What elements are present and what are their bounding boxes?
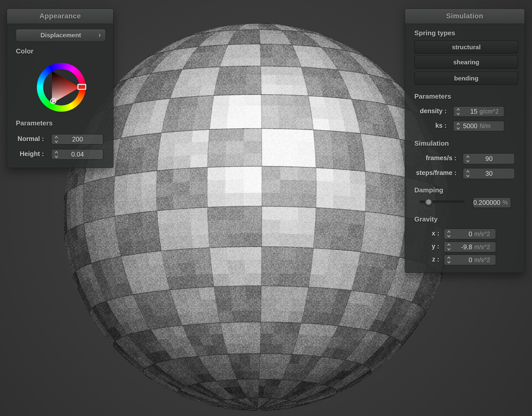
simulation-panel-title: Simulation — [446, 12, 483, 20]
normal-stepper[interactable]: 200 — [51, 134, 103, 145]
height-label: Height : — [7, 150, 44, 158]
damping-section-heading: Damping — [414, 186, 443, 194]
ks-value[interactable]: 5000 — [460, 122, 477, 130]
gravity-z-value[interactable]: 0 — [451, 256, 472, 264]
simulation-parameters-heading: Parameters — [414, 92, 451, 100]
normal-value[interactable]: 200 — [58, 136, 97, 143]
appearance-panel-header[interactable]: Appearance — [7, 9, 113, 24]
damping-value-box[interactable]: 0.200000 % — [473, 197, 511, 208]
spinner-up-down-icon[interactable] — [447, 230, 451, 238]
ks-unit: N/m — [480, 123, 501, 130]
spring-bending-button[interactable]: bending — [414, 72, 518, 85]
spring-shearing-button[interactable]: shearing — [414, 56, 518, 69]
gravity-y-label: y : — [405, 243, 439, 250]
ks-stepper[interactable]: 5000 N/m — [453, 121, 504, 131]
density-value[interactable]: 15 — [460, 108, 477, 115]
gravity-x-unit: m/s^2 — [474, 231, 493, 238]
density-stepper[interactable]: 15 g/cm^2 — [453, 106, 504, 117]
spinner-up-down-icon[interactable] — [447, 243, 451, 251]
spinner-up-down-icon[interactable] — [456, 122, 460, 131]
normal-label: Normal : — [7, 135, 44, 143]
simulation-section-heading: Simulation — [414, 139, 449, 147]
spinner-up-down-icon[interactable] — [54, 150, 58, 159]
damping-value[interactable]: 0.200000 — [473, 199, 500, 206]
simulation-panel-header[interactable]: Simulation — [405, 9, 524, 24]
ks-label: ks : — [405, 122, 447, 129]
displacement-button[interactable]: Displacement › — [16, 29, 106, 42]
gravity-x-value[interactable]: 0 — [451, 230, 472, 238]
spinner-up-down-icon[interactable] — [447, 256, 451, 264]
hue-selector-marker[interactable] — [78, 84, 86, 89]
displacement-button-label: Displacement — [41, 32, 81, 39]
damping-unit: % — [502, 199, 509, 206]
application-window: { "colors": { "background": "#3d3d3d", "… — [0, 0, 532, 416]
spring-structural-button[interactable]: structural — [414, 41, 518, 54]
height-stepper[interactable]: 0.04 — [51, 149, 103, 160]
spring-shearing-label: shearing — [453, 59, 479, 66]
gravity-z-unit: m/s^2 — [474, 257, 493, 264]
color-wheel-picker[interactable] — [33, 59, 90, 116]
damping-slider-thumb[interactable] — [425, 198, 433, 206]
spinner-up-down-icon[interactable] — [466, 169, 470, 178]
gravity-x-stepper[interactable]: 0 m/s^2 — [444, 229, 496, 239]
density-label: density : — [405, 107, 447, 115]
frames-stepper[interactable]: 90 — [463, 153, 515, 164]
spinner-up-down-icon[interactable] — [54, 135, 58, 144]
spring-types-heading: Spring types — [414, 29, 455, 37]
simulation-panel: Simulation Spring types structural shear… — [405, 9, 525, 273]
frames-label: frames/s : — [405, 154, 456, 162]
height-value[interactable]: 0.04 — [58, 151, 97, 158]
appearance-parameters-heading: Parameters — [16, 119, 53, 127]
spring-structural-label: structural — [452, 44, 481, 51]
density-unit: g/cm^2 — [480, 108, 501, 115]
gravity-z-label: z : — [405, 256, 439, 263]
gravity-y-stepper[interactable]: -9.8 m/s^2 — [444, 241, 496, 252]
damping-slider-track[interactable] — [420, 201, 464, 203]
spinner-up-down-icon[interactable] — [456, 107, 460, 116]
gravity-section-heading: Gravity — [414, 215, 438, 223]
gravity-y-unit: m/s^2 — [474, 244, 493, 251]
color-section-heading: Color — [16, 47, 34, 55]
chevron-right-icon: › — [98, 31, 101, 39]
frames-value[interactable]: 90 — [470, 155, 508, 163]
appearance-panel-title: Appearance — [39, 12, 81, 20]
gravity-z-stepper[interactable]: 0 m/s^2 — [444, 254, 496, 265]
gravity-y-value[interactable]: -9.8 — [451, 243, 472, 251]
gravity-x-label: x : — [405, 230, 439, 237]
appearance-panel: Appearance Displacement › Color Paramete… — [7, 9, 114, 168]
steps-label: steps/frame : — [405, 169, 456, 177]
steps-value[interactable]: 30 — [470, 170, 508, 177]
spinner-up-down-icon[interactable] — [466, 155, 470, 163]
steps-stepper[interactable]: 30 — [463, 168, 515, 179]
spring-bending-label: bending — [454, 75, 478, 82]
